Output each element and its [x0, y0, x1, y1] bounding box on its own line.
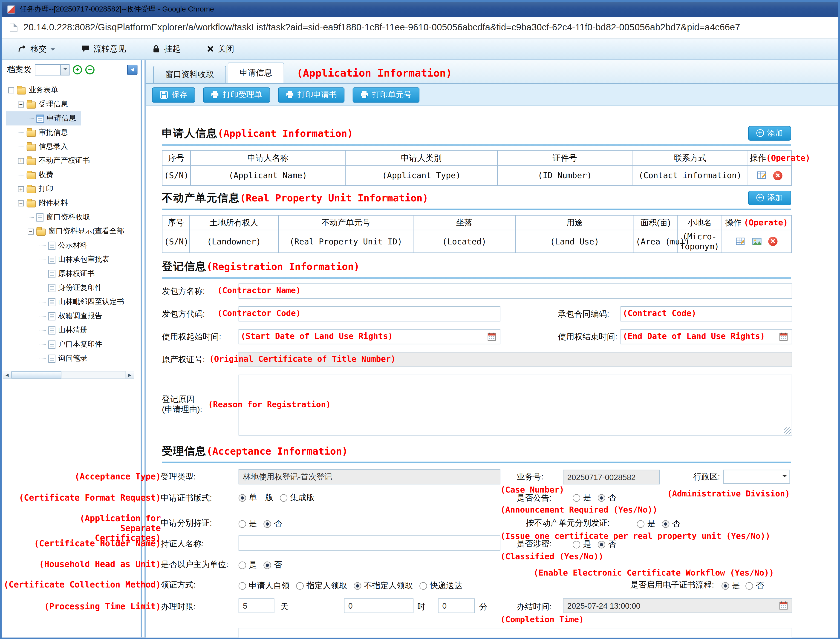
radio-icon[interactable] — [280, 494, 287, 501]
radio-option-no[interactable]: 否 — [746, 580, 764, 591]
scroll-right-button[interactable]: ▶ — [126, 371, 134, 378]
expand-expander-icon[interactable]: + — [18, 186, 24, 192]
scrollbar-track[interactable] — [11, 371, 126, 378]
radio-option-no[interactable]: 否 — [263, 560, 282, 570]
certificate-holder-input[interactable] — [239, 536, 500, 551]
edit-grid-icon[interactable] — [736, 236, 746, 246]
collapse-sidebar-button[interactable]: ◀ — [127, 64, 137, 75]
radio-option-express[interactable]: 快递送达 — [419, 580, 462, 591]
print-unit-number-button[interactable]: 打印单元号 — [353, 87, 419, 102]
delete-icon[interactable] — [768, 237, 778, 246]
calendar-icon[interactable] — [779, 332, 788, 343]
add-circle-icon[interactable]: + — [73, 65, 82, 74]
radio-option-undesignated[interactable]: 不指定人领取 — [354, 580, 413, 591]
collapse-expander-icon[interactable]: − — [18, 101, 24, 107]
tree-item-forest-inventory[interactable]: 山林清册 — [6, 323, 141, 337]
remove-circle-icon[interactable]: − — [85, 65, 94, 74]
calendar-icon[interactable] — [487, 332, 496, 343]
radio-icon[interactable] — [419, 582, 427, 589]
delete-icon[interactable] — [773, 171, 783, 180]
collapse-expander-icon[interactable]: − — [28, 228, 33, 234]
radio-option-no[interactable]: 否 — [662, 518, 680, 529]
expand-expander-icon[interactable]: + — [18, 158, 24, 164]
radio-icon[interactable] — [296, 582, 304, 589]
radio-option-no[interactable]: 否 — [263, 518, 282, 529]
tree-item-property-certificate[interactable]: +不动产产权证书 — [6, 154, 141, 168]
panel-splitter[interactable] — [142, 60, 146, 637]
url-text[interactable]: 20.14.0.228:8082/GisqPlatformExplorer/a/… — [24, 22, 830, 33]
radio-option-yes[interactable]: 是 — [637, 518, 655, 529]
radio-selected-icon[interactable] — [263, 520, 271, 528]
scrollbar-thumb[interactable] — [11, 371, 61, 378]
sidebar-horizontal-scrollbar[interactable]: ◀ ▶ — [3, 371, 134, 379]
collapse-expander-icon[interactable]: − — [18, 200, 24, 206]
select-caret-icon[interactable] — [60, 64, 69, 75]
tree-item-id-card-copy[interactable]: 身份证复印件 — [6, 281, 141, 295]
tab-window-material-collection[interactable]: 窗口资料收取 — [153, 66, 226, 83]
radio-selected-icon[interactable] — [662, 520, 669, 528]
radio-icon[interactable] — [239, 561, 246, 569]
radio-option-single[interactable]: 单一版 — [239, 493, 273, 503]
radio-selected-icon[interactable] — [239, 494, 246, 501]
radio-selected-icon[interactable] — [598, 494, 605, 501]
hours-input[interactable] — [344, 598, 413, 613]
completion-time-input[interactable] — [563, 598, 792, 613]
save-button[interactable]: 保存 — [152, 87, 195, 102]
acceptance-type-input[interactable] — [239, 469, 500, 484]
archive-select[interactable] — [35, 64, 70, 75]
radio-option-yes[interactable]: 是 — [239, 560, 257, 570]
tree-item-window-material-display[interactable]: −窗口资料显示(查看全部 — [6, 224, 141, 238]
collapse-expander-icon[interactable]: − — [8, 87, 14, 93]
opinion-button[interactable]: 流转意见 — [81, 44, 126, 54]
tree-item-print[interactable]: +打印 — [6, 182, 141, 196]
edit-grid-icon[interactable] — [757, 171, 767, 181]
suspend-button[interactable]: 挂起 — [152, 44, 180, 54]
radio-icon[interactable] — [573, 494, 580, 501]
case-number-input[interactable] — [563, 470, 660, 485]
days-input[interactable] — [239, 598, 274, 613]
tree-item-approval-info[interactable]: 审批信息 — [6, 126, 141, 140]
radio-selected-icon[interactable] — [263, 561, 271, 569]
radio-option-integrated[interactable]: 集成版 — [280, 493, 314, 503]
radio-icon[interactable] — [573, 540, 580, 548]
tree-item-household-register-copy[interactable]: 户口本复印件 — [6, 337, 141, 351]
print-acceptance-button[interactable]: 打印受理单 — [203, 87, 269, 102]
scroll-left-button[interactable]: ◀ — [3, 371, 11, 378]
tab-application-info[interactable]: 申请信息 — [228, 62, 284, 83]
close-task-button[interactable]: 关闭 — [206, 44, 234, 54]
add-unit-button[interactable]: 添加 — [748, 191, 791, 205]
radio-option-no[interactable]: 否 — [598, 493, 616, 503]
tree-item-forest-adjacency-confirmation[interactable]: 山林毗邻四至认定书 — [6, 295, 141, 309]
resize-grip-icon[interactable] — [784, 428, 791, 435]
radio-icon[interactable] — [746, 582, 753, 589]
print-application-button[interactable]: 打印申请书 — [278, 87, 344, 102]
radio-selected-icon[interactable] — [722, 582, 729, 589]
tree-item-attachments[interactable]: −附件材料 — [6, 196, 141, 210]
radio-selected-icon[interactable] — [354, 582, 361, 589]
tree-item-business-forms[interactable]: −业务表单 — [6, 83, 141, 97]
radio-icon[interactable] — [637, 520, 644, 528]
tree-item-application-info[interactable]: 申请信息 — [6, 111, 81, 125]
tree-item-inquiry-record[interactable]: 询问笔录 — [6, 351, 141, 366]
tree-item-acceptance-info[interactable]: −受理信息 — [6, 97, 141, 111]
tree-item-forest-contract-approval-form[interactable]: 山林承包审批表 — [6, 253, 141, 267]
radio-option-designated[interactable]: 指定人领取 — [296, 580, 347, 591]
tree-item-cadastral-survey-report[interactable]: 权籍调查报告 — [6, 309, 141, 323]
transfer-button[interactable]: 移交 — [18, 44, 55, 54]
tree-item-fees[interactable]: 收费 — [6, 168, 141, 182]
add-applicant-button[interactable]: 添加 — [748, 126, 791, 140]
chevron-down-icon[interactable] — [51, 48, 55, 52]
address-bar[interactable]: 20.14.0.228:8082/GisqPlatformExplorer/a/… — [2, 17, 838, 38]
tree-item-public-notice-materials[interactable]: 公示材料 — [6, 238, 141, 253]
radio-option-self-collect[interactable]: 申请人自领 — [239, 580, 290, 591]
map-image-icon[interactable] — [752, 236, 762, 246]
radio-icon[interactable] — [239, 582, 246, 589]
tree-item-original-forest-certificate[interactable]: 原林权证书 — [6, 267, 141, 281]
tree-item-window-material-collection[interactable]: 窗口资料收取 — [6, 210, 141, 224]
contractor-name-input[interactable] — [239, 283, 792, 299]
minutes-input[interactable] — [438, 598, 475, 613]
admin-division-select[interactable] — [723, 470, 790, 484]
radio-option-yes[interactable]: 是 — [722, 580, 740, 591]
acceptance-note-textarea[interactable] — [239, 628, 792, 639]
radio-option-yes[interactable]: 是 — [239, 518, 257, 529]
